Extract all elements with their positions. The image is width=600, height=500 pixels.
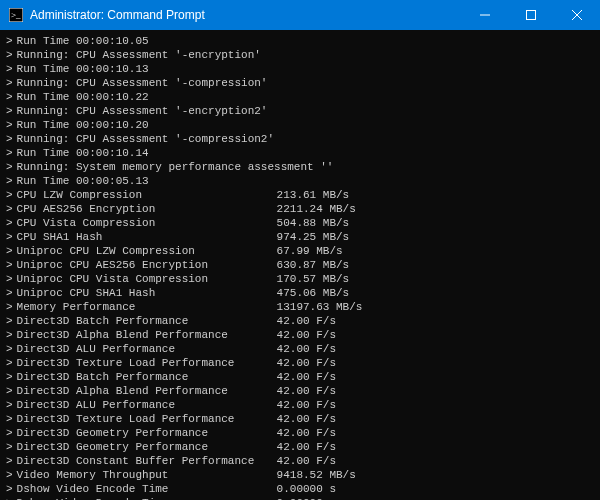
metric-value: 42.00 F/s [277, 426, 336, 440]
line-prefix: > [6, 202, 17, 216]
output-line: >Direct3D Constant Buffer Performance42.… [6, 454, 594, 468]
window-controls [462, 0, 600, 30]
line-text: Running: CPU Assessment '-compression2' [17, 132, 594, 146]
metric-label: Uniproc CPU SHA1 Hash [17, 286, 277, 300]
line-text: Uniproc CPU AES256 Encryption630.87 MB/s [17, 258, 594, 272]
metric-value: 2211.24 MB/s [277, 202, 356, 216]
line-prefix: > [6, 132, 17, 146]
line-prefix: > [6, 174, 17, 188]
maximize-button[interactable] [508, 0, 554, 30]
line-prefix: > [6, 118, 17, 132]
metric-label: Direct3D Alpha Blend Performance [17, 328, 277, 342]
line-prefix: > [6, 146, 17, 160]
metric-value: 42.00 F/s [277, 356, 336, 370]
line-prefix: > [6, 454, 17, 468]
line-text: Memory Performance13197.63 MB/s [17, 300, 594, 314]
line-prefix: > [6, 356, 17, 370]
output-line: >Direct3D ALU Performance42.00 F/s [6, 398, 594, 412]
output-line: >CPU AES256 Encryption2211.24 MB/s [6, 202, 594, 216]
line-text: Dshow Video Encode Time0.00000 s [17, 482, 594, 496]
output-line: >Run Time 00:00:10.22 [6, 90, 594, 104]
line-text: Run Time 00:00:10.22 [17, 90, 594, 104]
command-prompt-window: >_ Administrator: Command Prompt >Run Ti… [0, 0, 600, 500]
output-line: >Uniproc CPU LZW Compression67.99 MB/s [6, 244, 594, 258]
line-text: Running: CPU Assessment '-encryption2' [17, 104, 594, 118]
metric-value: 42.00 F/s [277, 370, 336, 384]
metric-value: 475.06 MB/s [277, 286, 350, 300]
close-button[interactable] [554, 0, 600, 30]
output-line: >CPU LZW Compression213.61 MB/s [6, 188, 594, 202]
metric-label: Direct3D Batch Performance [17, 314, 277, 328]
metric-value: 630.87 MB/s [277, 258, 350, 272]
line-prefix: > [6, 412, 17, 426]
titlebar[interactable]: >_ Administrator: Command Prompt [0, 0, 600, 30]
metric-value: 42.00 F/s [277, 398, 336, 412]
metric-label: Direct3D Batch Performance [17, 370, 277, 384]
line-prefix: > [6, 188, 17, 202]
output-line: >Video Memory Throughput9418.52 MB/s [6, 468, 594, 482]
line-prefix: > [6, 216, 17, 230]
output-line: >CPU SHA1 Hash974.25 MB/s [6, 230, 594, 244]
output-line: >Run Time 00:00:10.20 [6, 118, 594, 132]
metric-value: 13197.63 MB/s [277, 300, 363, 314]
line-prefix: > [6, 104, 17, 118]
line-prefix: > [6, 370, 17, 384]
metric-label: Direct3D Geometry Performance [17, 426, 277, 440]
svg-text:>_: >_ [11, 10, 21, 20]
line-text: Direct3D Constant Buffer Performance42.0… [17, 454, 594, 468]
line-prefix: > [6, 300, 17, 314]
metric-label: Direct3D ALU Performance [17, 342, 277, 356]
metric-value: 42.00 F/s [277, 384, 336, 398]
line-text: Direct3D Alpha Blend Performance42.00 F/… [17, 384, 594, 398]
output-line: >Direct3D Batch Performance42.00 F/s [6, 314, 594, 328]
line-prefix: > [6, 76, 17, 90]
output-line: >Uniproc CPU Vista Compression170.57 MB/… [6, 272, 594, 286]
line-text: Direct3D Texture Load Performance42.00 F… [17, 412, 594, 426]
minimize-button[interactable] [462, 0, 508, 30]
metric-value: 974.25 MB/s [277, 230, 350, 244]
line-text: CPU Vista Compression504.88 MB/s [17, 216, 594, 230]
metric-label: CPU LZW Compression [17, 188, 277, 202]
line-prefix: > [6, 482, 17, 496]
metric-label: CPU SHA1 Hash [17, 230, 277, 244]
line-prefix: > [6, 398, 17, 412]
maximize-icon [526, 10, 536, 20]
metric-value: 0.00000 s [277, 482, 336, 496]
output-line: >Direct3D Geometry Performance42.00 F/s [6, 440, 594, 454]
line-text: Running: System memory performance asses… [17, 160, 594, 174]
close-icon [572, 10, 582, 20]
output-line: >Direct3D Batch Performance42.00 F/s [6, 370, 594, 384]
line-prefix: > [6, 328, 17, 342]
metric-label: Direct3D Texture Load Performance [17, 412, 277, 426]
output-line: >Run Time 00:00:10.05 [6, 34, 594, 48]
line-text: Uniproc CPU LZW Compression67.99 MB/s [17, 244, 594, 258]
output-line: >Uniproc CPU SHA1 Hash475.06 MB/s [6, 286, 594, 300]
metric-label: Uniproc CPU Vista Compression [17, 272, 277, 286]
output-line: >Running: CPU Assessment '-compression2' [6, 132, 594, 146]
line-prefix: > [6, 342, 17, 356]
line-text: CPU SHA1 Hash974.25 MB/s [17, 230, 594, 244]
line-text: Run Time 00:00:10.20 [17, 118, 594, 132]
output-line: >Run Time 00:00:10.14 [6, 146, 594, 160]
line-prefix: > [6, 244, 17, 258]
line-prefix: > [6, 48, 17, 62]
metric-label: Dshow Video Decode Time [17, 496, 277, 500]
window-title: Administrator: Command Prompt [30, 8, 462, 22]
output-line: >CPU Vista Compression504.88 MB/s [6, 216, 594, 230]
line-text: Dshow Video Decode Time0.00000 s [17, 496, 594, 500]
line-text: Video Memory Throughput9418.52 MB/s [17, 468, 594, 482]
minimize-icon [480, 10, 490, 20]
line-text: Run Time 00:00:05.13 [17, 174, 594, 188]
terminal-area[interactable]: >Run Time 00:00:10.05>Running: CPU Asses… [0, 30, 600, 500]
line-text: Direct3D Batch Performance42.00 F/s [17, 370, 594, 384]
metric-value: 9418.52 MB/s [277, 468, 356, 482]
output-line: >Dshow Video Encode Time0.00000 s [6, 482, 594, 496]
output-line: >Memory Performance13197.63 MB/s [6, 300, 594, 314]
output-line: >Direct3D Geometry Performance42.00 F/s [6, 426, 594, 440]
metric-value: 67.99 MB/s [277, 244, 343, 258]
line-prefix: > [6, 426, 17, 440]
line-text: Run Time 00:00:10.14 [17, 146, 594, 160]
metric-value: 42.00 F/s [277, 440, 336, 454]
line-text: Direct3D Geometry Performance42.00 F/s [17, 426, 594, 440]
metric-label: Direct3D Alpha Blend Performance [17, 384, 277, 398]
